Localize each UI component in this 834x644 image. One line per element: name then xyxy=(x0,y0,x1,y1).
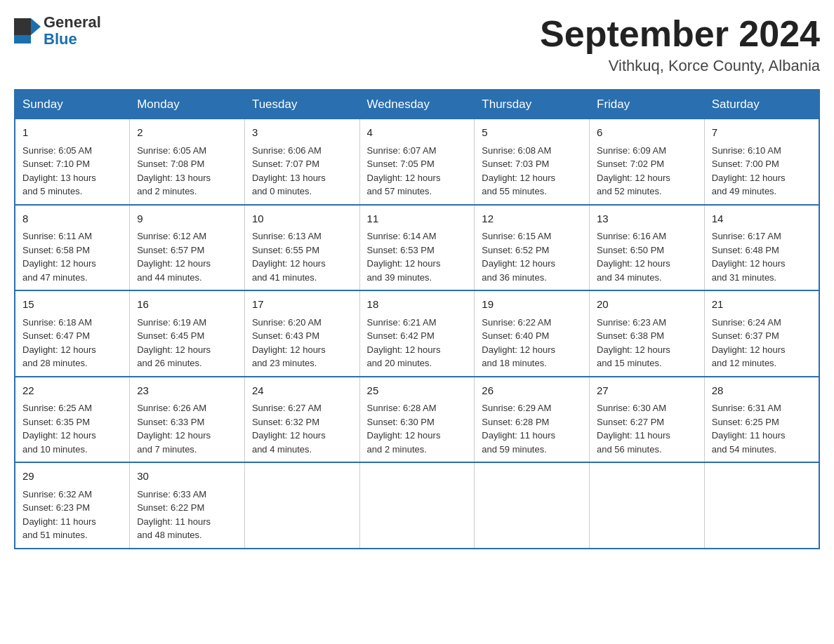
table-row xyxy=(704,462,819,549)
logo: General Blue xyxy=(14,14,101,48)
day-info: Sunrise: 6:31 AMSunset: 6:25 PMDaylight:… xyxy=(712,401,812,456)
day-info: Sunrise: 6:25 AMSunset: 6:35 PMDaylight:… xyxy=(22,401,122,456)
title-area: September 2024 Vithkuq, Korce County, Al… xyxy=(540,14,820,75)
svg-rect-0 xyxy=(14,18,31,35)
day-number: 20 xyxy=(597,297,697,313)
page-header: General Blue September 2024 Vithkuq, Kor… xyxy=(14,14,820,75)
day-info: Sunrise: 6:05 AMSunset: 7:10 PMDaylight:… xyxy=(22,144,122,199)
calendar-table: Sunday Monday Tuesday Wednesday Thursday… xyxy=(14,89,820,549)
day-number: 11 xyxy=(367,211,468,227)
day-number: 18 xyxy=(367,297,468,313)
header-friday: Friday xyxy=(590,90,705,119)
svg-marker-1 xyxy=(31,18,41,35)
calendar-week-row: 1 Sunrise: 6:05 AMSunset: 7:10 PMDayligh… xyxy=(15,119,819,205)
day-number: 7 xyxy=(712,125,812,141)
table-row: 10 Sunrise: 6:13 AMSunset: 6:55 PMDaylig… xyxy=(244,205,359,291)
table-row: 23 Sunrise: 6:26 AMSunset: 6:33 PMDaylig… xyxy=(130,377,245,463)
table-row: 30 Sunrise: 6:33 AMSunset: 6:22 PMDaylig… xyxy=(130,462,245,549)
table-row: 28 Sunrise: 6:31 AMSunset: 6:25 PMDaylig… xyxy=(704,377,819,463)
table-row: 3 Sunrise: 6:06 AMSunset: 7:07 PMDayligh… xyxy=(244,119,359,205)
table-row: 1 Sunrise: 6:05 AMSunset: 7:10 PMDayligh… xyxy=(15,119,130,205)
day-info: Sunrise: 6:11 AMSunset: 6:58 PMDaylight:… xyxy=(22,229,122,284)
day-info: Sunrise: 6:33 AMSunset: 6:22 PMDaylight:… xyxy=(137,488,237,542)
svg-rect-2 xyxy=(14,35,31,43)
table-row: 25 Sunrise: 6:28 AMSunset: 6:30 PMDaylig… xyxy=(359,377,475,463)
day-info: Sunrise: 6:29 AMSunset: 6:28 PMDaylight:… xyxy=(482,401,582,456)
day-number: 28 xyxy=(712,383,812,399)
day-number: 8 xyxy=(22,211,122,227)
table-row: 14 Sunrise: 6:17 AMSunset: 6:48 PMDaylig… xyxy=(704,205,819,291)
day-number: 25 xyxy=(367,383,468,399)
calendar-header-row: Sunday Monday Tuesday Wednesday Thursday… xyxy=(15,90,819,119)
day-number: 21 xyxy=(712,297,812,313)
day-number: 9 xyxy=(137,211,237,227)
table-row: 15 Sunrise: 6:18 AMSunset: 6:47 PMDaylig… xyxy=(15,290,130,377)
table-row: 18 Sunrise: 6:21 AMSunset: 6:42 PMDaylig… xyxy=(359,290,475,377)
day-number: 4 xyxy=(367,125,468,141)
day-number: 30 xyxy=(137,469,237,485)
day-info: Sunrise: 6:08 AMSunset: 7:03 PMDaylight:… xyxy=(482,144,582,199)
day-number: 3 xyxy=(252,125,352,141)
day-number: 10 xyxy=(252,211,352,227)
day-info: Sunrise: 6:06 AMSunset: 7:07 PMDaylight:… xyxy=(252,144,352,199)
table-row: 17 Sunrise: 6:20 AMSunset: 6:43 PMDaylig… xyxy=(244,290,359,377)
day-number: 17 xyxy=(252,297,352,313)
table-row: 16 Sunrise: 6:19 AMSunset: 6:45 PMDaylig… xyxy=(130,290,245,377)
day-number: 27 xyxy=(597,383,697,399)
day-info: Sunrise: 6:19 AMSunset: 6:45 PMDaylight:… xyxy=(137,316,237,370)
table-row: 21 Sunrise: 6:24 AMSunset: 6:37 PMDaylig… xyxy=(704,290,819,377)
logo-general-text: General xyxy=(44,14,101,31)
day-number: 2 xyxy=(137,125,237,141)
day-info: Sunrise: 6:22 AMSunset: 6:40 PMDaylight:… xyxy=(482,316,582,370)
day-info: Sunrise: 6:05 AMSunset: 7:08 PMDaylight:… xyxy=(137,144,237,199)
day-number: 12 xyxy=(482,211,582,227)
day-info: Sunrise: 6:26 AMSunset: 6:33 PMDaylight:… xyxy=(137,401,237,456)
day-number: 14 xyxy=(712,211,812,227)
table-row: 13 Sunrise: 6:16 AMSunset: 6:50 PMDaylig… xyxy=(590,205,705,291)
table-row xyxy=(590,462,705,549)
table-row: 20 Sunrise: 6:23 AMSunset: 6:38 PMDaylig… xyxy=(590,290,705,377)
header-monday: Monday xyxy=(130,90,245,119)
day-info: Sunrise: 6:17 AMSunset: 6:48 PMDaylight:… xyxy=(712,229,812,284)
header-saturday: Saturday xyxy=(704,90,819,119)
day-number: 26 xyxy=(482,383,582,399)
day-info: Sunrise: 6:27 AMSunset: 6:32 PMDaylight:… xyxy=(252,401,352,456)
day-number: 19 xyxy=(482,297,582,313)
day-info: Sunrise: 6:07 AMSunset: 7:05 PMDaylight:… xyxy=(367,144,468,199)
header-wednesday: Wednesday xyxy=(359,90,475,119)
day-info: Sunrise: 6:18 AMSunset: 6:47 PMDaylight:… xyxy=(22,316,122,370)
header-thursday: Thursday xyxy=(475,90,590,119)
table-row: 5 Sunrise: 6:08 AMSunset: 7:03 PMDayligh… xyxy=(475,119,590,205)
calendar-week-row: 8 Sunrise: 6:11 AMSunset: 6:58 PMDayligh… xyxy=(15,205,819,291)
calendar-week-row: 22 Sunrise: 6:25 AMSunset: 6:35 PMDaylig… xyxy=(15,377,819,463)
table-row xyxy=(359,462,475,549)
table-row: 22 Sunrise: 6:25 AMSunset: 6:35 PMDaylig… xyxy=(15,377,130,463)
table-row: 8 Sunrise: 6:11 AMSunset: 6:58 PMDayligh… xyxy=(15,205,130,291)
table-row: 26 Sunrise: 6:29 AMSunset: 6:28 PMDaylig… xyxy=(475,377,590,463)
table-row: 11 Sunrise: 6:14 AMSunset: 6:53 PMDaylig… xyxy=(359,205,475,291)
day-number: 15 xyxy=(22,297,122,313)
table-row: 29 Sunrise: 6:32 AMSunset: 6:23 PMDaylig… xyxy=(15,462,130,549)
table-row: 7 Sunrise: 6:10 AMSunset: 7:00 PMDayligh… xyxy=(704,119,819,205)
day-number: 24 xyxy=(252,383,352,399)
table-row xyxy=(475,462,590,549)
day-info: Sunrise: 6:24 AMSunset: 6:37 PMDaylight:… xyxy=(712,316,812,370)
logo-icon xyxy=(14,18,41,43)
day-info: Sunrise: 6:30 AMSunset: 6:27 PMDaylight:… xyxy=(597,401,697,456)
header-sunday: Sunday xyxy=(15,90,130,119)
day-number: 16 xyxy=(137,297,237,313)
calendar-week-row: 29 Sunrise: 6:32 AMSunset: 6:23 PMDaylig… xyxy=(15,462,819,549)
table-row: 6 Sunrise: 6:09 AMSunset: 7:02 PMDayligh… xyxy=(590,119,705,205)
day-info: Sunrise: 6:15 AMSunset: 6:52 PMDaylight:… xyxy=(482,229,582,284)
day-number: 13 xyxy=(597,211,697,227)
table-row: 2 Sunrise: 6:05 AMSunset: 7:08 PMDayligh… xyxy=(130,119,245,205)
day-info: Sunrise: 6:21 AMSunset: 6:42 PMDaylight:… xyxy=(367,316,468,370)
table-row: 19 Sunrise: 6:22 AMSunset: 6:40 PMDaylig… xyxy=(475,290,590,377)
table-row xyxy=(244,462,359,549)
day-info: Sunrise: 6:16 AMSunset: 6:50 PMDaylight:… xyxy=(597,229,697,284)
day-info: Sunrise: 6:10 AMSunset: 7:00 PMDaylight:… xyxy=(712,144,812,199)
day-info: Sunrise: 6:12 AMSunset: 6:57 PMDaylight:… xyxy=(137,229,237,284)
day-number: 23 xyxy=(137,383,237,399)
day-number: 22 xyxy=(22,383,122,399)
month-title: September 2024 xyxy=(540,14,820,54)
